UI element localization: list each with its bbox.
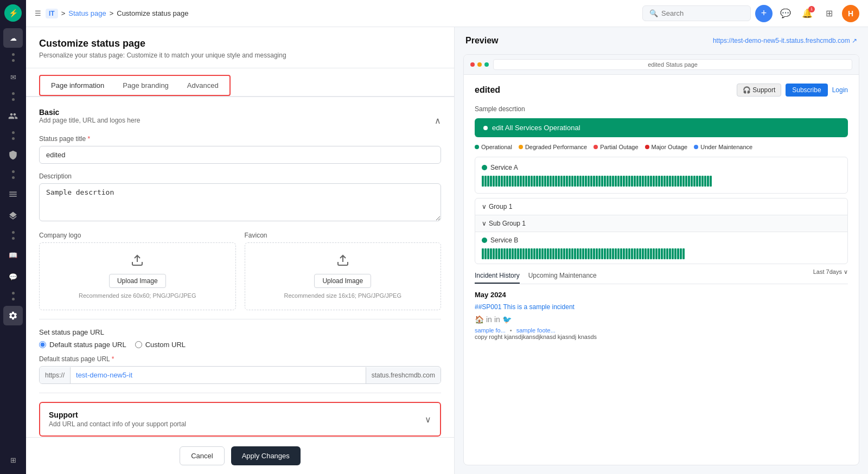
tab-page-branding[interactable]: Page branding [114, 78, 177, 93]
legend-operational: Operational [475, 144, 512, 150]
subgroup1-chevron-icon: ∨ [482, 220, 487, 227]
favicon-label: Favicon [245, 232, 442, 239]
grid-icon-button[interactable]: ⊞ [820, 5, 838, 22]
legend-degraded: Degraded Performance [519, 144, 587, 150]
search-input[interactable] [661, 9, 744, 17]
default-url-field-label: Default status page URL * [39, 355, 441, 363]
service-a-status-dot [482, 165, 487, 170]
divider-1 [39, 319, 441, 319]
sidebar-item-settings[interactable] [3, 306, 23, 325]
preview-content: edited 🎧 Support Subscribe Login Sample … [464, 75, 859, 465]
set-url-label: Set status page URL [39, 328, 441, 336]
preview-panel: Preview https://test-demo-new5-it.status… [455, 27, 868, 474]
legend-dot-partial [593, 145, 598, 149]
breadcrumb-sep-1: > [61, 9, 66, 17]
radio-custom-url[interactable]: Custom URL [135, 341, 186, 349]
group1-header[interactable]: ∨ Group 1 [475, 198, 847, 215]
sidebar-divider-2 [12, 89, 15, 104]
description-group: Description Sample descrtion [39, 172, 441, 223]
sidebar-item-layers[interactable] [3, 206, 23, 226]
incident-link-2[interactable]: sample foote... [516, 327, 556, 334]
preview-title: Preview [465, 36, 498, 46]
service-b-name: Service B [490, 236, 518, 244]
breadcrumb-current: Customize status page [117, 9, 188, 17]
url-suffix: status.freshcmdb.com [366, 367, 441, 383]
linkedin-icon-2: in [494, 315, 500, 324]
tabs-row: Page information Page branding Advanced [26, 68, 454, 97]
url-input-row: https:// status.freshcmdb.com [39, 366, 441, 384]
sidebar-item-shield[interactable] [3, 145, 23, 165]
support-section: Support Add URL and contact info of your… [39, 402, 441, 437]
description-textarea[interactable]: Sample descrtion [39, 183, 441, 221]
add-button[interactable]: + [755, 5, 773, 22]
legend-dot-major [645, 145, 649, 149]
preview-link[interactable]: https://test-demo-new5-it.status.freshcm… [713, 37, 857, 44]
tab-advanced[interactable]: Advanced [178, 78, 227, 93]
group1-section: ∨ Group 1 ∨ Sub Group 1 Service B [475, 198, 848, 264]
notification-badge: 1 [808, 6, 815, 12]
incident-links: sample fo... • sample foote... [475, 327, 556, 334]
sidebar-item-grid[interactable]: ⊞ [3, 450, 23, 470]
status-dot [483, 126, 488, 130]
incident-date: May 2024 [475, 291, 848, 299]
browser-dot-green [484, 62, 489, 67]
tab-incident-history[interactable]: Incident History [475, 268, 520, 284]
favicon-upload[interactable]: Upload Image Recommended size 16x16; PNG… [245, 242, 442, 310]
preview-header: Preview https://test-demo-new5-it.status… [455, 27, 868, 54]
favicon-hint: Recommended size 16x16; PNG/JPG/JPEG [284, 292, 401, 299]
service-b-section: Service B [475, 232, 847, 264]
subgroup1-header[interactable]: ∨ Sub Group 1 [475, 215, 847, 232]
support-section-header[interactable]: Support Add URL and contact info of your… [40, 403, 440, 435]
topnav-actions: + 💬 🔔 1 ⊞ H [755, 5, 859, 22]
radio-default-url[interactable]: Default status page URL [39, 341, 126, 349]
upload-icon-logo [131, 254, 144, 270]
browser-dots [470, 62, 489, 67]
form-title: Customize status page [39, 38, 441, 49]
upload-image-button-logo[interactable]: Upload Image [109, 274, 166, 288]
status-page-title-input[interactable] [39, 146, 441, 164]
legend-major: Major Outage [645, 144, 688, 150]
twitter-icon: 🐦 [502, 315, 512, 324]
sidebar-item-home[interactable]: ☁ [3, 28, 23, 48]
preview-login-button[interactable]: Login [832, 86, 848, 94]
search-box[interactable]: 🔍 [642, 5, 751, 21]
legend: Operational Degraded Performance Partial… [475, 144, 848, 150]
legend-partial: Partial Outage [593, 144, 638, 150]
notification-button[interactable]: 🔔 1 [799, 5, 816, 22]
sidebar-item-list[interactable] [3, 184, 23, 204]
tab-upcoming-maintenance[interactable]: Upcoming Maintenance [528, 268, 597, 284]
avatar[interactable]: H [842, 5, 859, 22]
sidebar-item-users[interactable] [3, 106, 23, 126]
topnav: ☰ IT > Status page > Customize status pa… [26, 0, 868, 27]
breadcrumb-status-page[interactable]: Status page [68, 9, 106, 17]
preview-description: Sample descrtion [475, 105, 848, 113]
incident-link-1[interactable]: sample fo... [475, 327, 506, 334]
form-header: Customize status page Personalize your s… [26, 27, 454, 68]
incident-filter[interactable]: Last 7days ∨ [813, 268, 848, 284]
apply-changes-button[interactable]: Apply Changes [231, 446, 301, 465]
group1-chevron-icon: ∨ [482, 203, 487, 210]
preview-support-button[interactable]: 🎧 Support [737, 84, 781, 97]
tab-page-information[interactable]: Page information [42, 78, 113, 93]
incident-tabs: Incident History Upcoming Maintenance La… [475, 268, 848, 284]
hamburger-icon[interactable]: ☰ [35, 9, 41, 17]
sidebar-item-chat[interactable]: 💬 [3, 267, 23, 286]
preview-subscribe-button[interactable]: Subscribe [786, 84, 827, 97]
app-logo[interactable]: ⚡ [4, 4, 22, 22]
incident-title: ##SP001 This is a sample incident [475, 303, 848, 311]
preview-nav-right: 🎧 Support Subscribe Login [737, 84, 848, 97]
service-b-bars [482, 248, 841, 259]
chat-icon-button[interactable]: 💬 [777, 5, 794, 22]
company-logo-upload[interactable]: Upload Image Recommended size 60x60; PNG… [39, 242, 236, 310]
tabs-outline: Page information Page branding Advanced [39, 75, 231, 96]
sidebar-item-inbox[interactable]: ✉ [3, 67, 23, 87]
cancel-button[interactable]: Cancel [180, 446, 224, 465]
upload-image-button-favicon[interactable]: Upload Image [314, 274, 371, 288]
basic-section-subtitle: Add page title, URL and logos here [39, 117, 140, 124]
sidebar-item-book[interactable]: 📖 [3, 245, 23, 265]
url-input[interactable] [71, 367, 366, 383]
collapse-basic-icon[interactable]: ∧ [435, 116, 441, 126]
browser-dot-yellow [477, 62, 482, 67]
breadcrumb-it: IT [46, 9, 58, 18]
description-label: Description [39, 172, 441, 180]
